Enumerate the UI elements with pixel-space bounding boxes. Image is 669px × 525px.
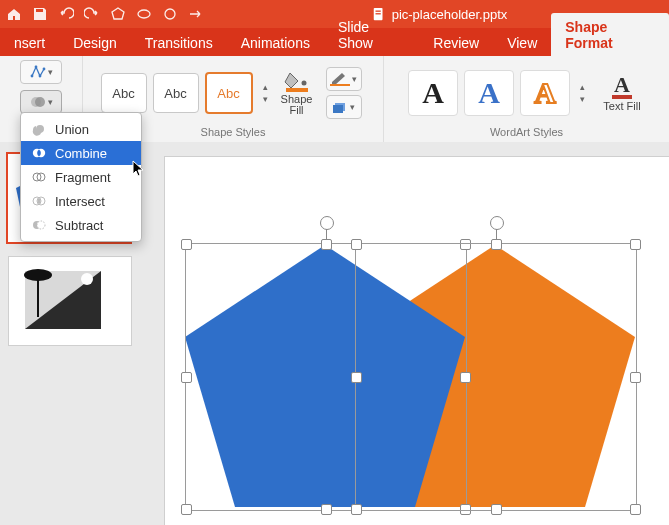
menu-item-intersect[interactable]: Intersect xyxy=(21,189,141,213)
edit-shape-button[interactable]: ▾ xyxy=(20,60,62,84)
svg-point-2 xyxy=(165,9,175,19)
slide-thumbnail-2[interactable] xyxy=(8,256,132,346)
tab-insert[interactable]: nsert xyxy=(0,29,59,56)
wordart-gallery-up-icon[interactable]: ▴ xyxy=(580,82,585,92)
resize-handle[interactable] xyxy=(491,239,502,250)
menu-label: Combine xyxy=(55,146,107,161)
group-label-shape-styles: Shape Styles xyxy=(201,126,266,140)
svg-rect-4 xyxy=(375,11,380,12)
style-gallery-down-icon[interactable]: ▾ xyxy=(263,94,268,104)
tab-review[interactable]: Review xyxy=(419,29,493,56)
rotate-handle[interactable] xyxy=(320,216,334,230)
resize-handle[interactable] xyxy=(181,372,192,383)
rotate-handle[interactable] xyxy=(490,216,504,230)
redo-icon[interactable] xyxy=(84,6,100,22)
tab-design[interactable]: Design xyxy=(59,29,131,56)
shape-effects-button[interactable]: ▾ xyxy=(326,95,362,119)
resize-handle[interactable] xyxy=(321,504,332,515)
shape-fill-button[interactable]: Shape Fill xyxy=(274,62,320,124)
resize-handle[interactable] xyxy=(630,504,641,515)
svg-point-11 xyxy=(35,97,45,107)
ribbon-tabs: nsert Design Transitions Animations Slid… xyxy=(0,28,669,56)
menu-item-union[interactable]: Union xyxy=(21,117,141,141)
svg-point-9 xyxy=(42,68,45,71)
merge-shapes-button[interactable]: ▾ xyxy=(20,90,62,114)
resize-handle[interactable] xyxy=(351,504,362,515)
insert-oval-icon[interactable] xyxy=(136,6,152,22)
pen-icon xyxy=(330,72,350,86)
menu-label: Union xyxy=(55,122,89,137)
resize-handle[interactable] xyxy=(181,239,192,250)
menu-label: Subtract xyxy=(55,218,103,233)
thumbnail-preview-icon xyxy=(9,257,131,345)
text-fill-label: Text Fill xyxy=(603,101,640,112)
style-gallery-up-icon[interactable]: ▴ xyxy=(263,82,268,92)
wordart-style-1[interactable]: A xyxy=(408,70,458,116)
tab-view[interactable]: View xyxy=(493,29,551,56)
fragment-icon xyxy=(31,169,47,185)
shape-style-3[interactable]: Abc xyxy=(205,72,253,114)
insert-arrow-icon[interactable] xyxy=(188,6,204,22)
svg-point-7 xyxy=(34,66,37,69)
svg-rect-29 xyxy=(37,275,39,317)
save-icon[interactable] xyxy=(32,6,48,22)
insert-circle-icon[interactable] xyxy=(162,6,178,22)
svg-point-1 xyxy=(138,10,150,18)
svg-point-24 xyxy=(37,221,45,229)
resize-handle[interactable] xyxy=(321,239,332,250)
quick-access-toolbar xyxy=(6,6,204,22)
combine-icon xyxy=(31,145,47,161)
resize-handle[interactable] xyxy=(630,372,641,383)
slide-canvas[interactable] xyxy=(164,156,669,525)
svg-point-12 xyxy=(301,81,306,86)
shape-outline-button[interactable]: ▾ xyxy=(326,67,362,91)
svg-marker-0 xyxy=(112,8,124,19)
effects-icon xyxy=(332,100,348,114)
tab-slideshow[interactable]: Slide Show xyxy=(324,13,419,56)
resize-handle[interactable] xyxy=(491,504,502,515)
wordart-gallery-down-icon[interactable]: ▾ xyxy=(580,94,585,104)
svg-rect-14 xyxy=(330,84,350,86)
svg-point-31 xyxy=(81,273,93,285)
mouse-cursor-icon xyxy=(132,160,146,178)
menu-label: Fragment xyxy=(55,170,111,185)
subtract-icon xyxy=(31,217,47,233)
menu-item-fragment[interactable]: Fragment xyxy=(21,165,141,189)
insert-pentagon-icon[interactable] xyxy=(110,6,126,22)
resize-handle[interactable] xyxy=(630,239,641,250)
merge-shapes-menu: Union Combine Fragment Intersect Subtrac… xyxy=(20,112,142,242)
group-wordart-styles: A A A ▴ ▾ A Text Fill WordArt Styles xyxy=(384,56,669,142)
resize-handle[interactable] xyxy=(351,372,362,383)
union-icon xyxy=(31,121,47,137)
menu-item-combine[interactable]: Combine xyxy=(21,141,141,165)
undo-icon[interactable] xyxy=(58,6,74,22)
shape-style-1[interactable]: Abc xyxy=(101,73,147,113)
tab-animations[interactable]: Animations xyxy=(227,29,324,56)
svg-point-6 xyxy=(30,75,33,78)
selection-box-orange[interactable] xyxy=(355,243,637,511)
svg-point-30 xyxy=(24,269,52,281)
menu-item-subtract[interactable]: Subtract xyxy=(21,213,141,237)
group-label-wordart: WordArt Styles xyxy=(490,126,563,140)
home-icon[interactable] xyxy=(6,6,22,22)
menu-label: Intersect xyxy=(55,194,105,209)
svg-rect-13 xyxy=(286,88,308,92)
intersect-icon xyxy=(31,193,47,209)
shape-style-2[interactable]: Abc xyxy=(153,73,199,113)
resize-handle[interactable] xyxy=(351,239,362,250)
tab-shape-format[interactable]: Shape Format xyxy=(551,13,669,56)
svg-point-8 xyxy=(38,75,41,78)
wordart-style-3[interactable]: A xyxy=(520,70,570,116)
bucket-icon xyxy=(284,70,310,92)
text-fill-icon: A xyxy=(612,75,632,99)
resize-handle[interactable] xyxy=(181,504,192,515)
slide-editor xyxy=(138,142,669,525)
svg-rect-16 xyxy=(333,105,343,113)
shape-fill-label: Shape Fill xyxy=(281,94,313,116)
text-fill-button[interactable]: A Text Fill xyxy=(599,62,645,124)
tab-transitions[interactable]: Transitions xyxy=(131,29,227,56)
wordart-style-2[interactable]: A xyxy=(464,70,514,116)
